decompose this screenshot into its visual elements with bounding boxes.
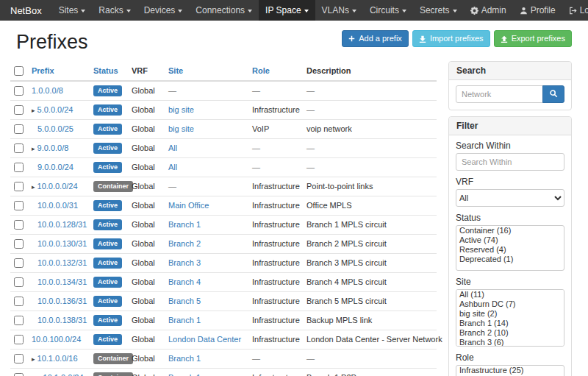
site-link[interactable]: All xyxy=(168,143,177,152)
row-checkbox[interactable] xyxy=(14,201,24,210)
nav-item-vlans[interactable]: VLANs xyxy=(315,0,363,21)
site-link[interactable]: Branch 4 xyxy=(168,277,201,286)
expand-toggle-icon[interactable]: ▸ xyxy=(32,145,35,152)
listbox-option[interactable]: Branch 2 (10) xyxy=(456,328,564,338)
site-link[interactable]: Branch 3 xyxy=(168,258,201,267)
table-row: ▸10.0.0.0/24ContainerGlobal—Infrastructu… xyxy=(10,177,437,196)
prefix-link[interactable]: 10.0.0.0/31 xyxy=(37,201,78,210)
status-listbox[interactable]: Container (16)Active (74)Reserved (4)Dep… xyxy=(456,225,564,271)
prefix-link[interactable]: 10.0.0.136/31 xyxy=(37,297,87,305)
nav-item-circuits[interactable]: Circuits xyxy=(363,0,413,21)
row-checkbox[interactable] xyxy=(14,258,24,268)
prefix-link[interactable]: 10.0.100.0/24 xyxy=(32,335,81,344)
vrf-label: VRF xyxy=(456,177,564,187)
listbox-option[interactable]: Branch 1 (14) xyxy=(456,319,564,328)
expand-toggle-icon[interactable]: ▸ xyxy=(32,355,35,363)
brand-netbox[interactable]: NetBox xyxy=(0,0,52,21)
prefix-link[interactable]: 5.0.0.0/25 xyxy=(37,124,74,133)
listbox-option[interactable]: All (11) xyxy=(456,290,564,299)
listbox-option[interactable]: Active (74) xyxy=(456,235,564,245)
row-checkbox[interactable] xyxy=(14,277,24,287)
search-input[interactable] xyxy=(456,85,543,103)
row-checkbox[interactable] xyxy=(14,373,24,376)
sort-link[interactable]: Role xyxy=(252,66,270,75)
prefix-link[interactable]: 1.0.0.0/8 xyxy=(32,86,63,95)
prefix-link[interactable]: 9.0.0.0/24 xyxy=(37,163,74,171)
column-header-status[interactable]: Status xyxy=(90,61,128,81)
column-header-site[interactable]: Site xyxy=(165,61,248,81)
prefix-link[interactable]: 10.0.0.128/31 xyxy=(37,220,87,229)
prefix-link[interactable]: 9.0.0.0/8 xyxy=(37,143,69,152)
listbox-option[interactable]: Reserved (4) xyxy=(456,245,564,255)
nav-item-devices[interactable]: Devices xyxy=(137,0,190,21)
site-link[interactable]: Branch 5 xyxy=(168,297,201,305)
select-all-checkbox[interactable] xyxy=(14,66,24,76)
listbox-option[interactable]: big site (2) xyxy=(456,309,564,319)
expand-toggle-icon[interactable]: ▸ xyxy=(32,183,35,191)
nav-item-profile[interactable]: Profile xyxy=(513,0,562,21)
nav-item-sites[interactable]: Sites xyxy=(52,0,93,21)
nav-item-connections[interactable]: Connections xyxy=(189,0,259,21)
listbox-option[interactable]: Infrastructure (25) xyxy=(456,366,564,375)
nav-item-admin[interactable]: Admin xyxy=(464,0,513,21)
row-checkbox[interactable] xyxy=(14,297,24,306)
row-checkbox[interactable] xyxy=(14,239,24,249)
search-button[interactable] xyxy=(542,85,564,103)
status-badge: Active xyxy=(93,85,122,96)
row-checkbox[interactable] xyxy=(14,105,24,115)
sort-link[interactable]: Prefix xyxy=(32,66,54,75)
nav-item-ip-space[interactable]: IP Space xyxy=(259,0,315,21)
listbox-option[interactable]: Deprecated (1) xyxy=(456,255,564,264)
listbox-option[interactable]: Ashburn DC (7) xyxy=(456,299,564,309)
site-listbox[interactable]: All (11)Ashburn DC (7)big site (2)Branch… xyxy=(456,289,564,347)
search-within-input[interactable] xyxy=(456,153,564,171)
site-link[interactable]: big site xyxy=(168,105,194,114)
column-header-role[interactable]: Role xyxy=(248,61,303,81)
role-cell: Infrastructure xyxy=(248,368,303,376)
prefix-link[interactable]: 10.0.0.132/31 xyxy=(37,258,87,267)
prefix-link[interactable]: 10.0.0.0/24 xyxy=(37,182,78,191)
row-checkbox[interactable] xyxy=(14,143,24,153)
prefix-link[interactable]: 5.0.0.0/24 xyxy=(37,105,74,114)
nav-item-log-out[interactable]: Log out xyxy=(562,0,588,21)
prefix-link[interactable]: 10.1.0.0/24 xyxy=(43,373,84,376)
listbox-option[interactable]: Container (16) xyxy=(456,226,564,235)
column-header-prefix[interactable]: Prefix xyxy=(28,61,90,81)
vrf-select[interactable]: All xyxy=(456,189,564,207)
empty-value: — xyxy=(252,354,260,363)
row-checkbox[interactable] xyxy=(14,220,24,230)
site-link[interactable]: big site xyxy=(168,124,194,133)
row-checkbox[interactable] xyxy=(14,335,24,344)
vrf-cell: Global xyxy=(128,330,165,349)
nav-item-racks[interactable]: Racks xyxy=(92,0,137,21)
import-prefixes-button[interactable]: Import prefixes xyxy=(412,30,490,47)
sort-link[interactable]: Site xyxy=(168,66,183,75)
site-link[interactable]: Branch 2 xyxy=(168,239,201,248)
site-link[interactable]: Branch 1 xyxy=(168,373,201,376)
site-link[interactable]: Branch 1 xyxy=(168,220,201,229)
export-prefixes-button[interactable]: Export prefixes xyxy=(494,30,572,47)
prefix-link[interactable]: 10.1.0.0/16 xyxy=(37,354,78,363)
row-checkbox[interactable] xyxy=(14,124,24,134)
expand-toggle-icon[interactable]: ▸ xyxy=(32,107,35,114)
role-cell: Infrastructure xyxy=(248,215,303,234)
add-prefix-button[interactable]: Add a prefix xyxy=(342,30,409,47)
site-link[interactable]: Branch 1 xyxy=(168,354,201,363)
listbox-option[interactable]: Branch 3 (6) xyxy=(456,338,564,347)
row-checkbox[interactable] xyxy=(14,316,24,325)
row-checkbox[interactable] xyxy=(14,163,24,172)
sort-link[interactable]: Status xyxy=(93,66,118,75)
nav-item-secrets[interactable]: Secrets xyxy=(413,0,464,21)
prefix-link[interactable]: 10.0.0.138/31 xyxy=(37,316,87,324)
site-link[interactable]: Branch 1 xyxy=(168,316,201,324)
prefix-link[interactable]: 10.0.0.134/31 xyxy=(37,277,87,286)
site-link[interactable]: London Data Center xyxy=(168,335,241,344)
prefix-link[interactable]: 10.0.0.130/31 xyxy=(37,239,87,248)
row-checkbox[interactable] xyxy=(14,86,24,96)
depth-indent xyxy=(32,227,37,227)
row-checkbox[interactable] xyxy=(14,182,24,191)
row-checkbox[interactable] xyxy=(14,354,24,363)
site-link[interactable]: Main Office xyxy=(168,201,209,210)
site-link[interactable]: All xyxy=(168,163,177,171)
role-listbox[interactable]: Infrastructure (25)Management (8)Private… xyxy=(456,365,564,376)
